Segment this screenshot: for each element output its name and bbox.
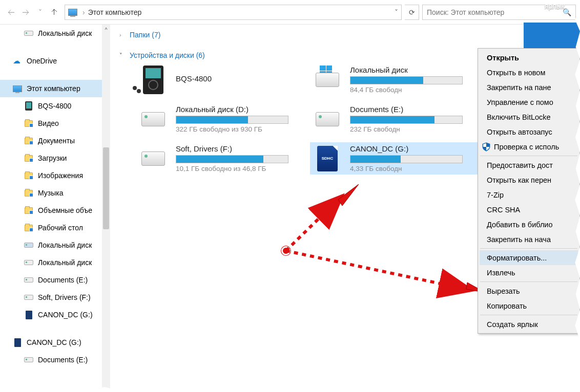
- sidebar-item[interactable]: Изображения: [0, 167, 110, 184]
- folder-icon: [24, 154, 34, 162]
- sidebar-item[interactable]: CANON_DC (G:): [0, 334, 110, 351]
- sidebar-item[interactable]: Локальный диск: [0, 254, 110, 271]
- sidebar-item-label: Объемные объе: [38, 206, 92, 214]
- phone-icon: [24, 102, 34, 110]
- sidebar-item[interactable]: BQS-4800: [0, 97, 110, 115]
- context-menu-item[interactable]: Добавить в библио: [480, 217, 578, 232]
- context-menu-label: Копировать: [487, 302, 527, 310]
- media-player-icon: [138, 67, 169, 93]
- sidebar-item-label: Документы: [38, 137, 75, 145]
- context-menu-item[interactable]: Извлечь: [480, 265, 578, 280]
- context-menu-item[interactable]: Управление с помо: [480, 95, 578, 110]
- hdd-windows-icon: [24, 241, 34, 249]
- shield-icon: [482, 142, 491, 151]
- search-input[interactable]: [427, 8, 563, 16]
- context-menu: ОткрытьОткрыть в новом Закрепить на пане…: [478, 48, 580, 334]
- context-menu-item[interactable]: Форматировать...: [480, 250, 578, 265]
- drive-item[interactable]: BQS-4800: [136, 63, 310, 96]
- sidebar-item-label: Documents (E:): [38, 356, 88, 364]
- forward-button[interactable]: 🡢: [18, 5, 33, 19]
- menu-separator: [480, 281, 577, 282]
- context-menu-item[interactable]: CRC SHA: [480, 202, 578, 217]
- hdd-icon: [24, 29, 34, 37]
- sidebar-item-label: Видео: [38, 119, 59, 127]
- context-menu-item[interactable]: Открыть в новом: [480, 65, 578, 80]
- onedrive-icon: ☁: [12, 57, 23, 65]
- recent-button[interactable]: ˅: [33, 5, 47, 19]
- nav-bar: 🡠 🡢 ˅ 🡡 › Этот компьютер ˅ ⟳ 🔍: [0, 0, 580, 25]
- context-menu-item[interactable]: Открыть как перен: [480, 172, 578, 187]
- drive-name: Soft, Drivers (F:): [176, 144, 308, 153]
- context-menu-item[interactable]: Открыть: [480, 50, 578, 65]
- context-menu-label: Закрепить на нача: [487, 235, 551, 244]
- drive-item[interactable]: Soft, Drivers (F:)10,1 ГБ свободно из 46…: [136, 142, 310, 175]
- context-menu-item[interactable]: 7-Zip: [480, 187, 578, 202]
- context-menu-item[interactable]: Включить BitLocke: [480, 110, 578, 124]
- sidebar-item[interactable]: Загрузки: [0, 149, 110, 167]
- back-button[interactable]: 🡠: [4, 5, 18, 19]
- sidebar-item[interactable]: Объемные объе: [0, 202, 110, 219]
- sidebar-item[interactable]: Documents (E:): [0, 271, 110, 289]
- sidebar-item[interactable]: Документы: [0, 132, 110, 149]
- context-menu-item[interactable]: Копировать: [480, 298, 578, 313]
- menu-separator: [480, 156, 577, 156]
- drive-item[interactable]: SDHCCANON_DC (G:)4,33 ГБ свободн: [310, 142, 484, 175]
- context-menu-label: 7-Zip: [487, 191, 504, 199]
- address-dropdown-icon[interactable]: ˅: [395, 8, 398, 16]
- sd-card-icon: SDHC: [312, 146, 343, 171]
- sd-card-icon: [24, 311, 34, 319]
- drive-info: Documents (E:)232 ГБ свободн: [350, 105, 482, 133]
- menu-separator: [480, 315, 577, 315]
- sd-card-icon: [12, 338, 23, 346]
- sidebar-item-label: Музыка: [38, 189, 64, 197]
- drive-info: BQS-4800: [176, 74, 308, 85]
- sidebar-item-label: Загрузки: [38, 154, 67, 162]
- sidebar-item[interactable]: Documents (E:): [0, 351, 110, 368]
- folder-icon: [24, 137, 34, 145]
- sidebar-item[interactable]: Рабочий стол: [0, 219, 110, 236]
- capacity-bar: [176, 116, 288, 124]
- folder-icon: [24, 224, 34, 232]
- flyout-label: ярлык: [545, 2, 565, 10]
- sidebar-item[interactable]: Музыка: [0, 184, 110, 202]
- sidebar-item[interactable]: CANON_DC (G:): [0, 306, 110, 323]
- section-folders[interactable]: › Папки (7): [110, 31, 580, 39]
- sidebar-item[interactable]: Soft, Drivers (F:): [0, 289, 110, 306]
- drive-free-text: 4,33 ГБ свободн: [350, 165, 482, 172]
- context-menu-item[interactable]: Закрепить на нача: [480, 232, 578, 247]
- sidebar-item[interactable]: ☁OneDrive: [0, 52, 110, 70]
- sidebar-item-label: CANON_DC (G:): [27, 338, 81, 346]
- drive-name: BQS-4800: [176, 74, 308, 83]
- context-menu-item[interactable]: Предоставить дост: [480, 158, 578, 172]
- drive-item[interactable]: Documents (E:)232 ГБ свободн: [310, 103, 484, 135]
- up-button[interactable]: 🡡: [47, 5, 61, 19]
- scrollbar-thumb[interactable]: [103, 147, 109, 229]
- sidebar-item-label: Локальный диск: [38, 258, 92, 267]
- scrollbar-track[interactable]: [102, 35, 110, 392]
- scroll-up-button[interactable]: ^: [102, 25, 110, 35]
- context-menu-item[interactable]: Закрепить на пане: [480, 80, 578, 95]
- drive-item[interactable]: Локальный диск84,4 ГБ свободн: [310, 63, 484, 96]
- refresh-button[interactable]: ⟳: [405, 5, 419, 20]
- drive-free-text: 10,1 ГБ свободно из 46,8 ГБ: [176, 165, 308, 172]
- context-menu-label: Форматировать...: [487, 254, 547, 262]
- drive-name: Documents (E:): [350, 105, 482, 114]
- breadcrumb[interactable]: Этот компьютер: [88, 8, 142, 16]
- annotation-origin-dot: [281, 246, 291, 255]
- sidebar-item[interactable]: Этот компьютер: [0, 80, 110, 97]
- hdd-icon: [24, 276, 34, 284]
- context-menu-item[interactable]: Вырезать: [480, 284, 578, 298]
- address-bar[interactable]: › Этот компьютер ˅: [65, 5, 402, 20]
- sidebar-item[interactable]: Локальный диск: [0, 236, 110, 254]
- sidebar-item[interactable]: Видео: [0, 115, 110, 132]
- context-menu-item[interactable]: Создать ярлык: [480, 317, 578, 332]
- context-menu-label: Вырезать: [487, 287, 520, 295]
- context-menu-item[interactable]: Открыть автозапус: [480, 124, 578, 139]
- chevron-down-icon: ˅: [119, 52, 127, 59]
- menu-separator: [480, 248, 577, 249]
- sidebar-item[interactable]: Локальный диск: [0, 25, 110, 42]
- sidebar-item-label: Локальный диск: [38, 241, 92, 249]
- context-menu-item[interactable]: Проверка с исполь: [480, 139, 578, 154]
- section-drives-label: Устройства и диски (6): [130, 51, 205, 59]
- drive-item[interactable]: Локальный диск (D:)322 ГБ свободно из 93…: [136, 103, 310, 135]
